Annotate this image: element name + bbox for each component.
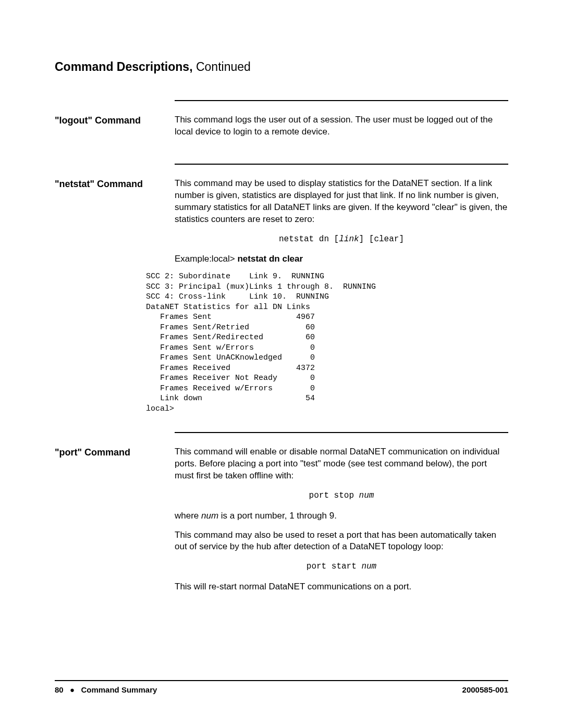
divider (175, 164, 508, 165)
port-syntax1: port stop num (175, 490, 508, 502)
netstat-syntax: netstat dn [link] [clear] (175, 234, 508, 245)
example-label: Example:local> (175, 254, 237, 264)
netstat-example: Example:local> netstat dn clear (175, 253, 508, 265)
syntax-arg: num (361, 562, 376, 571)
footer-left: 80 ● Command Summary (55, 685, 157, 694)
text: is a port number, 1 through 9. (218, 511, 337, 521)
text: where (175, 511, 201, 521)
netstat-text1: This command may be used to display stat… (175, 178, 508, 226)
netstat-output: SCC 2: Subordinate Link 9. RUNNING SCC 3… (146, 272, 508, 414)
syntax-text: ] [clear] (359, 235, 404, 244)
page-title: Command Descriptions, Continued (55, 60, 508, 74)
footer-docnum: 2000585-001 (462, 685, 508, 694)
netstat-body: This command may be used to display stat… (175, 178, 508, 414)
title-continued: Continued (196, 60, 251, 73)
port-text4: This will re-start normal DataNET commun… (175, 581, 508, 593)
syntax-arg: link (339, 235, 359, 244)
port-text3: This command may also be used to reset a… (175, 529, 508, 553)
netstat-section: "netstat" Command This command may be us… (55, 178, 508, 414)
port-section: "port" Command This command will enable … (55, 446, 508, 600)
port-text1: This command will enable or disable norm… (175, 446, 508, 482)
port-text2: where num is a port number, 1 through 9. (175, 510, 508, 522)
bullet-icon: ● (68, 685, 77, 694)
page-footer: 80 ● Command Summary 2000585-001 (55, 680, 508, 694)
logout-body: This command logs the user out of a sess… (175, 114, 508, 145)
port-body: This command will enable or disable norm… (175, 446, 508, 600)
page: Command Descriptions, Continued "logout"… (0, 0, 563, 728)
syntax-text: netstat dn [ (279, 235, 339, 244)
page-number: 80 (55, 685, 64, 694)
syntax-text: port start (307, 562, 362, 571)
divider (175, 100, 508, 101)
arg: num (201, 511, 218, 521)
title-main: Command Descriptions, (55, 60, 193, 73)
port-syntax2: port start num (175, 561, 508, 573)
example-command: netstat dn clear (237, 254, 303, 264)
syntax-arg: num (359, 491, 374, 500)
footer-section: Command Summary (81, 685, 157, 694)
port-heading: "port" Command (55, 446, 175, 600)
divider (175, 432, 508, 433)
logout-section: "logout" Command This command logs the u… (55, 114, 508, 145)
logout-heading: "logout" Command (55, 114, 175, 145)
logout-text: This command logs the user out of a sess… (175, 114, 508, 138)
syntax-text: port stop (309, 491, 359, 500)
